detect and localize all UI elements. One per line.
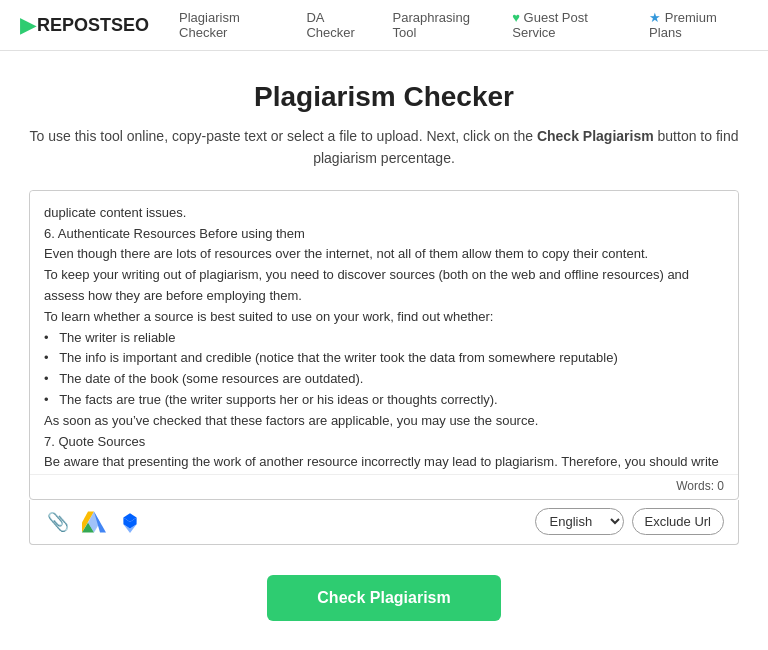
toolbar: 📎 English Spanish F (29, 500, 739, 545)
heart-icon: ♥ (512, 10, 520, 25)
upload-file-button[interactable]: 📎 (44, 508, 72, 536)
nav-da-checker[interactable]: DA Checker (306, 10, 372, 40)
toolbar-right: English Spanish French German Arabic Exc… (535, 508, 724, 535)
check-plagiarism-button[interactable]: Check Plagiarism (267, 575, 500, 621)
nav-guest-post-label: Guest Post Service (512, 10, 588, 40)
desc-bold: Check Plagiarism (537, 128, 654, 144)
nav-plagiarism-checker[interactable]: Plagiarism Checker (179, 10, 286, 40)
toolbar-left: 📎 (44, 508, 144, 536)
textarea-container: Words: 0 (29, 190, 739, 500)
nav-links: Plagiarism Checker DA Checker Paraphrasi… (179, 10, 748, 40)
nav-premium-plans[interactable]: ★ Premium Plans (649, 10, 748, 40)
exclude-url-button[interactable]: Exclude Url (632, 508, 724, 535)
logo[interactable]: ▶ REPOSTSEO (20, 13, 149, 37)
language-select[interactable]: English Spanish French German Arabic (535, 508, 624, 535)
logo-text: REPOSTSEO (37, 15, 149, 36)
navbar: ▶ REPOSTSEO Plagiarism Checker DA Checke… (0, 0, 768, 51)
main-container: Plagiarism Checker To use this tool onli… (9, 51, 759, 650)
check-btn-container: Check Plagiarism (29, 575, 739, 621)
star-icon: ★ (649, 10, 661, 25)
google-drive-icon (82, 511, 106, 533)
nav-paraphrasing-tool[interactable]: Paraphrasing Tool (393, 10, 493, 40)
dropbox-button[interactable] (116, 508, 144, 536)
dropbox-icon (119, 511, 141, 533)
text-input[interactable] (30, 191, 738, 471)
google-drive-button[interactable] (80, 508, 108, 536)
nav-guest-post[interactable]: ♥ Guest Post Service (512, 10, 629, 40)
logo-icon: ▶ (20, 13, 35, 37)
page-description: To use this tool online, copy-paste text… (29, 125, 739, 170)
paperclip-icon: 📎 (47, 511, 69, 533)
desc-before: To use this tool online, copy-paste text… (30, 128, 537, 144)
word-count: Words: 0 (30, 474, 738, 499)
page-title: Plagiarism Checker (29, 81, 739, 113)
